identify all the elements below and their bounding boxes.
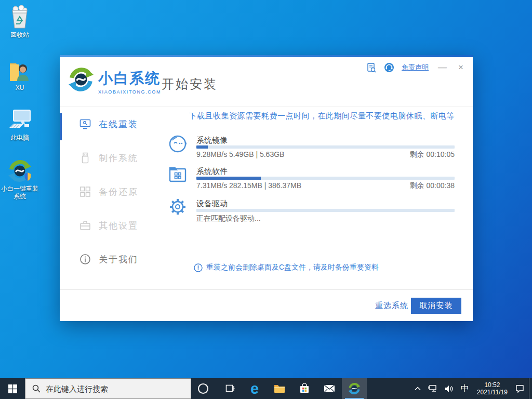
taskbar-apps: e	[217, 378, 367, 399]
store-button[interactable]	[292, 378, 317, 399]
online-reinstall-icon	[79, 118, 91, 130]
task-remaining-time: 剩余 00:00:38	[410, 181, 455, 191]
xiaobai-taskbar-button[interactable]	[342, 378, 367, 399]
sidebar-item-online-reinstall[interactable]: 在线重装	[60, 111, 153, 137]
backup-warning-text: 重装之前会删除桌面及C盘文件，请及时备份重要资料	[206, 263, 379, 272]
task-name: 系统软件	[196, 167, 228, 177]
sidebar-item-label: 在线重装	[99, 118, 138, 130]
desktop-icon-label: 回收站	[0, 31, 39, 39]
desktop-icon-this-pc[interactable]: 此电脑	[0, 108, 39, 142]
action-center-icon	[515, 384, 524, 393]
network-tray-button[interactable]	[424, 378, 441, 399]
store-icon	[299, 383, 310, 394]
close-button[interactable]: ×	[456, 62, 466, 73]
info-icon	[79, 254, 91, 265]
minimize-button[interactable]: —	[436, 62, 449, 73]
sidebar-item-make-system[interactable]: 制作系统	[60, 145, 153, 171]
window-footer: 重选系统 取消安装	[60, 289, 473, 321]
tray-expand-button[interactable]	[411, 378, 424, 399]
desktop-icon-label: XU	[0, 84, 39, 92]
sidebar-item-label: 备份还原	[99, 186, 138, 198]
search-input[interactable]	[46, 384, 176, 393]
start-button[interactable]	[0, 378, 25, 399]
system-software-progressbar	[196, 177, 455, 180]
brand-block: 小白系统 XIAOBAIXITONG.COM	[98, 69, 161, 95]
taskbar: e	[0, 378, 532, 399]
sidebar-item-label: 关于我们	[99, 254, 138, 265]
disclaimer-link[interactable]: 免责声明	[402, 63, 429, 72]
task-view-icon	[224, 384, 235, 393]
task-detail: 9.28MB/s 5.49GB | 5.63GB	[196, 150, 284, 158]
install-progress-panel: 下载且收集资源需要耗费一点时间，在此期间尽量不要使电脑休眠、断电等 系统镜像 9…	[153, 107, 473, 289]
backup-restore-icon	[79, 186, 91, 197]
volume-tray-button[interactable]	[441, 378, 457, 399]
user-folder-icon	[0, 58, 39, 82]
reselect-system-link[interactable]: 重选系统	[375, 301, 408, 311]
task-view-button[interactable]	[217, 378, 242, 399]
task-name: 设备驱动	[196, 199, 228, 209]
search-icon	[32, 384, 41, 393]
window-header: 小白系统 XIAOBAIXITONG.COM 开始安装	[60, 57, 473, 107]
brand-name: 小白系统	[98, 69, 161, 88]
sidebar-item-label: 其他设置	[99, 220, 138, 232]
desktop-icon-recycle-bin[interactable]: 回收站	[0, 5, 39, 39]
edge-button[interactable]: e	[242, 378, 267, 399]
desktop-icon-label: 小白一键重装系统	[0, 185, 39, 201]
chevron-up-icon	[415, 387, 421, 391]
cancel-install-button[interactable]: 取消安装	[411, 298, 461, 314]
sidebar-item-label: 制作系统	[99, 152, 138, 164]
cortana-icon	[197, 382, 209, 395]
warning-icon	[194, 263, 203, 272]
customer-service-icon[interactable]	[384, 62, 394, 73]
file-explorer-icon	[274, 384, 285, 393]
file-explorer-button[interactable]	[267, 378, 292, 399]
show-desktop-button[interactable]	[529, 378, 532, 399]
mail-button[interactable]	[317, 378, 342, 399]
system-software-folder-icon	[167, 164, 188, 185]
this-pc-icon	[0, 108, 39, 132]
ime-indicator[interactable]: 中	[457, 378, 473, 399]
action-center-button[interactable]	[512, 378, 528, 399]
sidebar-item-other-settings[interactable]: 其他设置	[60, 212, 153, 238]
progress-fill	[196, 145, 208, 149]
desktop-icon-xiaobai-reinstall[interactable]: 小白一键重装系统	[0, 159, 39, 201]
toolbox-icon	[79, 220, 91, 231]
xiaobai-window: 小白系统 XIAOBAIXITONG.COM 开始安装	[60, 55, 473, 321]
taskbar-search[interactable]	[25, 378, 191, 399]
desktop-icon-label: 此电脑	[0, 134, 39, 142]
page-title: 开始安装	[162, 76, 218, 92]
task-detail: 7.31MB/s 282.15MB | 386.37MB	[196, 181, 301, 190]
usb-drive-icon	[79, 152, 91, 164]
taskbar-clock[interactable]: 10:52 2021/11/19	[473, 381, 512, 396]
changelog-icon[interactable]	[366, 62, 377, 73]
system-image-progressbar	[196, 145, 455, 149]
mail-icon	[324, 384, 335, 393]
task-remaining-time: 剩余 00:10:05	[410, 150, 455, 159]
progress-fill	[196, 177, 261, 180]
xiaobai-logo-icon	[348, 382, 361, 395]
speaker-icon	[445, 385, 454, 393]
desktop-icon-user-folder[interactable]: XU	[0, 58, 39, 92]
desktop: 回收站 XU 此电脑	[0, 0, 532, 399]
edge-icon: e	[250, 381, 259, 396]
download-warning-text: 下载且收集资源需要耗费一点时间，在此期间尽量不要使电脑休眠、断电等	[189, 111, 455, 121]
recycle-bin-icon	[0, 5, 39, 29]
task-status: 正在匹配设备驱动...	[196, 214, 261, 223]
device-driver-progressbar	[196, 209, 455, 212]
active-indicator	[60, 113, 62, 140]
windows-logo-icon	[8, 384, 17, 393]
xiaobai-logo-icon	[68, 66, 94, 92]
device-driver-gear-icon	[167, 196, 188, 217]
network-icon	[428, 384, 437, 393]
cortana-button[interactable]	[191, 378, 215, 399]
system-tray: 中 10:52 2021/11/19	[411, 378, 528, 399]
header-actions: 免责声明 — ×	[366, 62, 466, 73]
sidebar-item-about-us[interactable]: 关于我们	[60, 246, 153, 272]
xiaobai-logo-icon	[0, 159, 39, 183]
brand-domain: XIAOBAIXITONG.COM	[98, 89, 161, 95]
backup-warning: 重装之前会删除桌面及C盘文件，请及时备份重要资料	[194, 263, 379, 272]
sidebar-item-backup-restore[interactable]: 备份还原	[60, 179, 153, 205]
task-name: 系统镜像	[196, 136, 228, 145]
clock-date: 2021/11/19	[477, 389, 508, 396]
system-image-face-icon	[167, 133, 188, 154]
